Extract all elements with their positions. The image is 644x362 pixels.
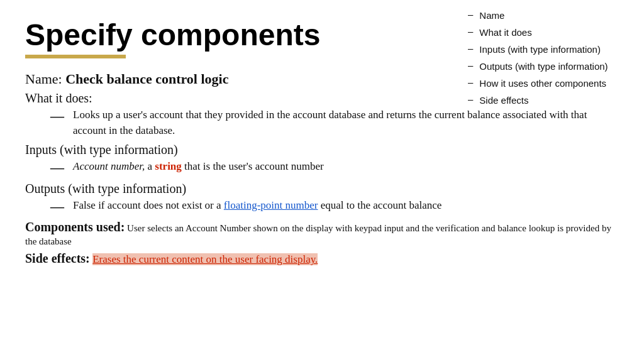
outputs-text: False if account does not exist or a flo… (73, 197, 441, 214)
sidebar-label-what: What it does (479, 26, 531, 39)
outputs-link[interactable]: floating-point number (224, 199, 318, 211)
sidebar-dash-6: – (468, 94, 473, 104)
sidebar-item-name: – Name (468, 9, 631, 22)
name-value: Check balance control logic (65, 71, 228, 87)
components-used-label: Components used: (25, 220, 125, 234)
sidebar-dash-3: – (468, 43, 473, 53)
side-effects-block: Side effects: Erases the current content… (25, 251, 619, 266)
outputs-start: False if account does not exist or a (73, 199, 224, 211)
sidebar-item-how: – How it uses other components (468, 77, 631, 90)
sidebar-item-outputs: – Outputs (with type information) (468, 60, 631, 73)
inputs-bullet: — Account number, a string that is the u… (50, 158, 619, 178)
inputs-mid: a (145, 160, 155, 172)
inputs-text: Account number, a string that is the use… (73, 158, 324, 175)
inputs-end: that is the user's account number (182, 160, 324, 172)
outputs-end: equal to the account balance (318, 199, 442, 211)
sidebar-dash-4: – (468, 60, 473, 70)
sidebar-dash-2: – (468, 26, 473, 36)
sidebar-item-side: – Side effects (468, 94, 631, 107)
sidebar-dash-5: – (468, 77, 473, 87)
sidebar-label-outputs: Outputs (with type information) (479, 60, 608, 73)
inputs-italic: Account number, (73, 160, 145, 172)
outputs-label: Outputs (with type information) (25, 182, 619, 196)
sidebar-label-side: Side effects (479, 94, 528, 107)
sidebar: – Name – What it does – Inputs (with typ… (455, 0, 644, 119)
sidebar-label-inputs: Inputs (with type information) (479, 43, 601, 56)
sidebar-dash: – (468, 9, 473, 19)
inputs-label: Inputs (with type information) (25, 143, 619, 157)
side-effects-label: Side effects: (25, 251, 90, 265)
outputs-bullet: — False if account does not exist or a f… (50, 197, 619, 217)
name-label: Name: (25, 71, 62, 87)
title-underline (25, 55, 126, 58)
bullet-dash-2: — (50, 158, 64, 178)
sidebar-label-how: How it uses other components (479, 77, 606, 90)
components-used-block: Components used: User selects an Account… (25, 220, 619, 248)
side-effects-highlight: Erases the current content on the user f… (92, 253, 318, 265)
sidebar-item-what: – What it does (468, 26, 631, 39)
sidebar-item-inputs: – Inputs (with type information) (468, 43, 631, 56)
bullet-dash-3: — (50, 197, 64, 217)
inputs-string-highlight: string (155, 160, 182, 172)
bullet-dash-1: — (50, 107, 64, 126)
sidebar-label-name: Name (479, 9, 504, 22)
